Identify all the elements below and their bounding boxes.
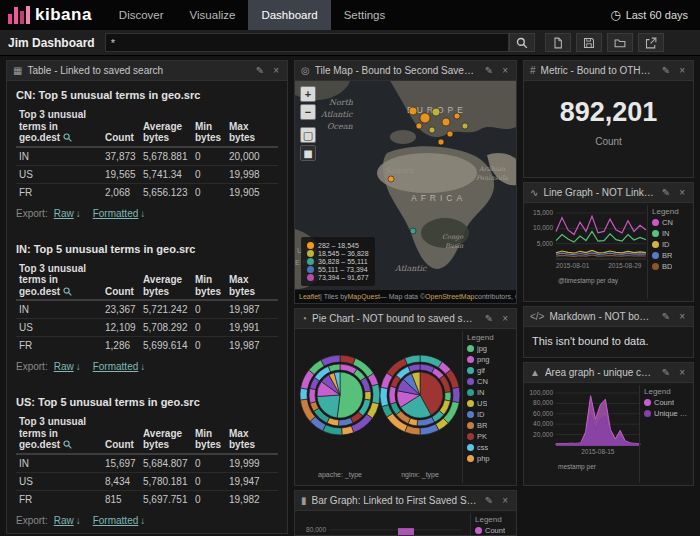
edit-icon[interactable]: ✎: [483, 495, 495, 506]
nav-item-dashboard[interactable]: Dashboard: [248, 0, 330, 30]
pie-slice[interactable]: [389, 386, 396, 404]
map-marker[interactable]: [409, 107, 417, 115]
draw-filter-button[interactable]: ▢: [300, 127, 316, 143]
column-header[interactable]: Min bytes: [192, 414, 226, 454]
legend-item[interactable]: Count: [475, 526, 514, 535]
area-panel-header[interactable]: ▲ Area graph - unique count of bytes ✎ ×: [524, 363, 693, 383]
bar-panel-header[interactable]: ▮ Bar Graph: Linked to First Saved Searc…: [295, 491, 516, 511]
legend-item[interactable]: Unique count of bytes: [644, 409, 691, 418]
attribution-link[interactable]: MapQuest: [348, 293, 380, 300]
legend-item[interactable]: ID: [467, 410, 514, 419]
nav-item-visualize[interactable]: Visualize: [177, 0, 249, 30]
line-series[interactable]: [556, 231, 646, 242]
close-icon[interactable]: ×: [677, 65, 687, 76]
column-header[interactable]: Top 3 unusual terms in geo.dest: [16, 261, 102, 301]
legend-title[interactable]: Legend: [652, 207, 691, 216]
attribution-link[interactable]: OpenStreetMap: [425, 293, 474, 300]
legend-item[interactable]: php: [467, 454, 514, 463]
area-chart[interactable]: 100,00080,00060,00040,00020,0002015-08-1…: [524, 387, 642, 457]
zoom-icon[interactable]: [63, 440, 72, 449]
legend-item[interactable]: IN: [467, 388, 514, 397]
column-header[interactable]: Count: [102, 261, 140, 301]
pie-slice[interactable]: [417, 417, 435, 426]
close-icon[interactable]: ×: [677, 367, 687, 378]
column-header[interactable]: Min bytes: [192, 261, 226, 301]
legend-item[interactable]: US: [467, 399, 514, 408]
export-raw-link[interactable]: Raw↓: [54, 208, 81, 219]
legend-item[interactable]: Count: [644, 398, 691, 407]
query-input[interactable]: [105, 33, 509, 52]
map-marker[interactable]: [432, 108, 440, 116]
legend-item[interactable]: CN: [652, 218, 691, 227]
save-dashboard-button[interactable]: [576, 33, 602, 52]
line-series[interactable]: [556, 216, 646, 234]
legend-item[interactable]: jpg: [467, 344, 514, 353]
column-header[interactable]: Top 3 unusual terms in geo.dest: [16, 107, 102, 147]
legend-title[interactable]: Legend: [475, 515, 514, 524]
pie-slice[interactable]: [445, 392, 451, 401]
line-series[interactable]: [556, 250, 646, 253]
map-marker[interactable]: [462, 123, 468, 129]
map-marker[interactable]: [420, 113, 430, 123]
map-marker[interactable]: [454, 113, 460, 119]
zoom-icon[interactable]: [63, 133, 72, 142]
line-series[interactable]: [556, 255, 646, 256]
edit-icon[interactable]: ✎: [660, 65, 672, 76]
column-header[interactable]: Max bytes: [226, 261, 278, 301]
pie-slice[interactable]: [452, 387, 460, 403]
fit-data-button[interactable]: ◼: [300, 145, 316, 161]
pie-slice[interactable]: [405, 355, 420, 365]
pie-slice[interactable]: [408, 364, 420, 372]
pie-slice[interactable]: [380, 387, 388, 406]
close-icon[interactable]: ×: [271, 65, 281, 76]
attribution-link[interactable]: Leaflet: [299, 293, 320, 300]
edit-icon[interactable]: ✎: [254, 65, 266, 76]
markdown-panel-header[interactable]: </> Markdown - NOT bound to data ✎ ×: [524, 307, 693, 327]
edit-icon[interactable]: ✎: [660, 311, 672, 322]
edit-icon[interactable]: ✎: [483, 65, 495, 76]
pie-slice[interactable]: [365, 391, 371, 400]
column-header[interactable]: Max bytes: [226, 414, 278, 454]
time-filter[interactable]: ◷ Last 60 days: [610, 8, 700, 22]
edit-icon[interactable]: ✎: [660, 187, 672, 198]
close-icon[interactable]: ×: [500, 313, 510, 324]
line-panel-header[interactable]: ∿ Line Graph - NOT Linked to saved searc…: [524, 183, 693, 203]
legend-item[interactable]: gif: [467, 366, 514, 375]
pie-charts[interactable]: apache: _typenginx: _type: [295, 331, 463, 483]
open-dashboard-button[interactable]: [607, 33, 633, 52]
column-header[interactable]: Average bytes: [140, 107, 192, 147]
legend-item[interactable]: css: [467, 443, 514, 452]
pie-slice[interactable]: [328, 364, 340, 372]
zoom-in-button[interactable]: +: [300, 86, 316, 102]
map-marker[interactable]: [442, 118, 450, 126]
share-dashboard-button[interactable]: [638, 33, 664, 52]
pie-slice[interactable]: [339, 418, 354, 426]
pie-slice[interactable]: [309, 388, 316, 403]
close-icon[interactable]: ×: [677, 311, 687, 322]
legend-title[interactable]: Legend: [644, 387, 691, 396]
legend-title[interactable]: Legend: [467, 333, 514, 342]
legend-item[interactable]: CN: [467, 377, 514, 386]
export-raw-link[interactable]: Raw↓: [54, 515, 81, 526]
export-formatted-link[interactable]: Formatted↓: [93, 361, 146, 372]
map-marker[interactable]: [429, 127, 435, 133]
map-marker[interactable]: [388, 176, 394, 182]
legend-item[interactable]: ID: [652, 240, 691, 249]
close-icon[interactable]: ×: [500, 495, 510, 506]
export-formatted-link[interactable]: Formatted↓: [93, 208, 146, 219]
kibana-logo[interactable]: kibana: [0, 0, 106, 30]
close-icon[interactable]: ×: [500, 65, 510, 76]
edit-icon[interactable]: ✎: [660, 367, 672, 378]
legend-item[interactable]: PK: [467, 432, 514, 441]
search-button[interactable]: [509, 33, 535, 52]
column-header[interactable]: Min bytes: [192, 107, 226, 147]
nav-item-settings[interactable]: Settings: [331, 0, 399, 30]
zoom-out-button[interactable]: −: [300, 104, 316, 120]
edit-icon[interactable]: ✎: [483, 313, 495, 324]
legend-item[interactable]: png: [467, 355, 514, 364]
map-marker[interactable]: [438, 139, 444, 145]
map-panel-header[interactable]: ◎ Tile Map - Bound to Second Saved Searc…: [295, 61, 516, 81]
column-header[interactable]: Count: [102, 414, 140, 454]
pie-slice[interactable]: [372, 384, 380, 404]
nav-item-discover[interactable]: Discover: [106, 0, 177, 30]
